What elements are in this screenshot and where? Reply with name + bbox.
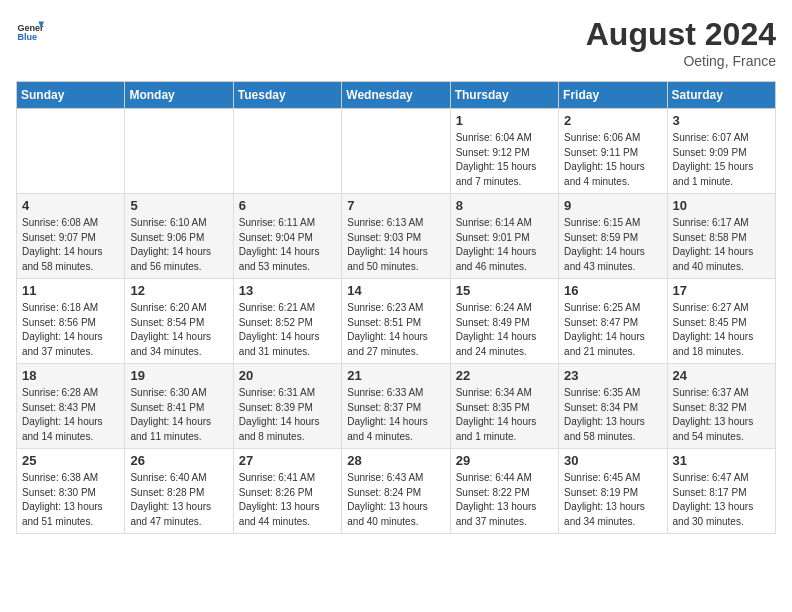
calendar-cell: 26Sunrise: 6:40 AM Sunset: 8:28 PM Dayli… — [125, 449, 233, 534]
day-number: 7 — [347, 198, 444, 213]
day-number: 13 — [239, 283, 336, 298]
calendar-cell: 12Sunrise: 6:20 AM Sunset: 8:54 PM Dayli… — [125, 279, 233, 364]
calendar-week-row: 1Sunrise: 6:04 AM Sunset: 9:12 PM Daylig… — [17, 109, 776, 194]
day-number: 23 — [564, 368, 661, 383]
calendar-cell: 11Sunrise: 6:18 AM Sunset: 8:56 PM Dayli… — [17, 279, 125, 364]
calendar-cell: 3Sunrise: 6:07 AM Sunset: 9:09 PM Daylig… — [667, 109, 775, 194]
logo-icon: General Blue — [16, 16, 44, 44]
day-number: 6 — [239, 198, 336, 213]
calendar-week-row: 25Sunrise: 6:38 AM Sunset: 8:30 PM Dayli… — [17, 449, 776, 534]
day-number: 19 — [130, 368, 227, 383]
day-info: Sunrise: 6:25 AM Sunset: 8:47 PM Dayligh… — [564, 301, 661, 359]
calendar-cell: 19Sunrise: 6:30 AM Sunset: 8:41 PM Dayli… — [125, 364, 233, 449]
calendar-cell — [233, 109, 341, 194]
calendar-cell — [342, 109, 450, 194]
day-info: Sunrise: 6:27 AM Sunset: 8:45 PM Dayligh… — [673, 301, 770, 359]
day-info: Sunrise: 6:23 AM Sunset: 8:51 PM Dayligh… — [347, 301, 444, 359]
day-info: Sunrise: 6:04 AM Sunset: 9:12 PM Dayligh… — [456, 131, 553, 189]
calendar-table: SundayMondayTuesdayWednesdayThursdayFrid… — [16, 81, 776, 534]
day-of-week-header: Saturday — [667, 82, 775, 109]
day-info: Sunrise: 6:38 AM Sunset: 8:30 PM Dayligh… — [22, 471, 119, 529]
day-info: Sunrise: 6:17 AM Sunset: 8:58 PM Dayligh… — [673, 216, 770, 274]
calendar-cell: 18Sunrise: 6:28 AM Sunset: 8:43 PM Dayli… — [17, 364, 125, 449]
day-info: Sunrise: 6:14 AM Sunset: 9:01 PM Dayligh… — [456, 216, 553, 274]
day-of-week-header: Friday — [559, 82, 667, 109]
day-info: Sunrise: 6:10 AM Sunset: 9:06 PM Dayligh… — [130, 216, 227, 274]
day-of-week-header: Thursday — [450, 82, 558, 109]
calendar-cell: 9Sunrise: 6:15 AM Sunset: 8:59 PM Daylig… — [559, 194, 667, 279]
day-number: 22 — [456, 368, 553, 383]
calendar-week-row: 4Sunrise: 6:08 AM Sunset: 9:07 PM Daylig… — [17, 194, 776, 279]
day-number: 11 — [22, 283, 119, 298]
calendar-cell: 2Sunrise: 6:06 AM Sunset: 9:11 PM Daylig… — [559, 109, 667, 194]
day-of-week-header: Sunday — [17, 82, 125, 109]
calendar-cell: 4Sunrise: 6:08 AM Sunset: 9:07 PM Daylig… — [17, 194, 125, 279]
calendar-cell: 6Sunrise: 6:11 AM Sunset: 9:04 PM Daylig… — [233, 194, 341, 279]
day-number: 4 — [22, 198, 119, 213]
day-info: Sunrise: 6:37 AM Sunset: 8:32 PM Dayligh… — [673, 386, 770, 444]
day-info: Sunrise: 6:08 AM Sunset: 9:07 PM Dayligh… — [22, 216, 119, 274]
day-number: 17 — [673, 283, 770, 298]
day-number: 18 — [22, 368, 119, 383]
calendar-cell: 28Sunrise: 6:43 AM Sunset: 8:24 PM Dayli… — [342, 449, 450, 534]
calendar-cell: 7Sunrise: 6:13 AM Sunset: 9:03 PM Daylig… — [342, 194, 450, 279]
day-info: Sunrise: 6:43 AM Sunset: 8:24 PM Dayligh… — [347, 471, 444, 529]
day-number: 31 — [673, 453, 770, 468]
day-info: Sunrise: 6:07 AM Sunset: 9:09 PM Dayligh… — [673, 131, 770, 189]
calendar-cell: 14Sunrise: 6:23 AM Sunset: 8:51 PM Dayli… — [342, 279, 450, 364]
day-of-week-header: Monday — [125, 82, 233, 109]
calendar-cell: 1Sunrise: 6:04 AM Sunset: 9:12 PM Daylig… — [450, 109, 558, 194]
day-number: 26 — [130, 453, 227, 468]
calendar-cell: 29Sunrise: 6:44 AM Sunset: 8:22 PM Dayli… — [450, 449, 558, 534]
calendar-cell: 24Sunrise: 6:37 AM Sunset: 8:32 PM Dayli… — [667, 364, 775, 449]
calendar-cell: 13Sunrise: 6:21 AM Sunset: 8:52 PM Dayli… — [233, 279, 341, 364]
day-info: Sunrise: 6:28 AM Sunset: 8:43 PM Dayligh… — [22, 386, 119, 444]
month-year-title: August 2024 — [586, 16, 776, 53]
calendar-cell — [125, 109, 233, 194]
day-info: Sunrise: 6:20 AM Sunset: 8:54 PM Dayligh… — [130, 301, 227, 359]
calendar-cell: 25Sunrise: 6:38 AM Sunset: 8:30 PM Dayli… — [17, 449, 125, 534]
day-number: 16 — [564, 283, 661, 298]
day-of-week-header: Tuesday — [233, 82, 341, 109]
day-number: 28 — [347, 453, 444, 468]
day-info: Sunrise: 6:31 AM Sunset: 8:39 PM Dayligh… — [239, 386, 336, 444]
day-info: Sunrise: 6:13 AM Sunset: 9:03 PM Dayligh… — [347, 216, 444, 274]
day-number: 25 — [22, 453, 119, 468]
calendar-cell: 21Sunrise: 6:33 AM Sunset: 8:37 PM Dayli… — [342, 364, 450, 449]
calendar-cell: 17Sunrise: 6:27 AM Sunset: 8:45 PM Dayli… — [667, 279, 775, 364]
calendar-cell: 5Sunrise: 6:10 AM Sunset: 9:06 PM Daylig… — [125, 194, 233, 279]
day-number: 29 — [456, 453, 553, 468]
svg-text:Blue: Blue — [17, 32, 37, 42]
day-number: 15 — [456, 283, 553, 298]
title-block: August 2024 Oeting, France — [586, 16, 776, 69]
day-number: 21 — [347, 368, 444, 383]
day-info: Sunrise: 6:18 AM Sunset: 8:56 PM Dayligh… — [22, 301, 119, 359]
day-info: Sunrise: 6:40 AM Sunset: 8:28 PM Dayligh… — [130, 471, 227, 529]
calendar-cell: 23Sunrise: 6:35 AM Sunset: 8:34 PM Dayli… — [559, 364, 667, 449]
day-info: Sunrise: 6:47 AM Sunset: 8:17 PM Dayligh… — [673, 471, 770, 529]
calendar-cell: 27Sunrise: 6:41 AM Sunset: 8:26 PM Dayli… — [233, 449, 341, 534]
day-number: 2 — [564, 113, 661, 128]
calendar-cell: 30Sunrise: 6:45 AM Sunset: 8:19 PM Dayli… — [559, 449, 667, 534]
calendar-cell: 8Sunrise: 6:14 AM Sunset: 9:01 PM Daylig… — [450, 194, 558, 279]
page-header: General Blue August 2024 Oeting, France — [16, 16, 776, 69]
calendar-cell — [17, 109, 125, 194]
day-number: 14 — [347, 283, 444, 298]
calendar-cell: 16Sunrise: 6:25 AM Sunset: 8:47 PM Dayli… — [559, 279, 667, 364]
calendar-header-row: SundayMondayTuesdayWednesdayThursdayFrid… — [17, 82, 776, 109]
day-number: 5 — [130, 198, 227, 213]
calendar-cell: 10Sunrise: 6:17 AM Sunset: 8:58 PM Dayli… — [667, 194, 775, 279]
day-info: Sunrise: 6:34 AM Sunset: 8:35 PM Dayligh… — [456, 386, 553, 444]
day-number: 24 — [673, 368, 770, 383]
day-number: 8 — [456, 198, 553, 213]
day-info: Sunrise: 6:44 AM Sunset: 8:22 PM Dayligh… — [456, 471, 553, 529]
day-info: Sunrise: 6:11 AM Sunset: 9:04 PM Dayligh… — [239, 216, 336, 274]
day-of-week-header: Wednesday — [342, 82, 450, 109]
calendar-cell: 22Sunrise: 6:34 AM Sunset: 8:35 PM Dayli… — [450, 364, 558, 449]
day-info: Sunrise: 6:15 AM Sunset: 8:59 PM Dayligh… — [564, 216, 661, 274]
day-info: Sunrise: 6:21 AM Sunset: 8:52 PM Dayligh… — [239, 301, 336, 359]
day-number: 20 — [239, 368, 336, 383]
calendar-cell: 31Sunrise: 6:47 AM Sunset: 8:17 PM Dayli… — [667, 449, 775, 534]
day-number: 1 — [456, 113, 553, 128]
day-number: 30 — [564, 453, 661, 468]
